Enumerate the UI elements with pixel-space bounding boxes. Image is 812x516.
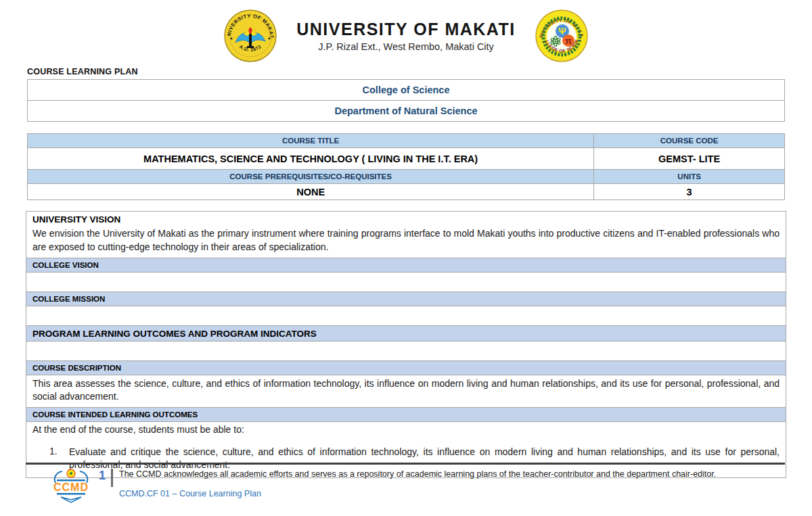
document-header: UNIVERSITY OF MAKATI A.D. 1972 UNIVERSIT… [0,8,812,64]
college-vision-heading: COLLEGE VISION [26,258,786,273]
pi-symbol: π [565,36,572,46]
university-vision-heading: UNIVERSITY VISION [32,214,780,225]
course-description-heading: COURSE DESCRIPTION [26,360,786,375]
footer-divider-rule [26,463,785,465]
program-outcomes-heading: PROGRAM LEARNING OUTCOMES AND PROGRAM IN… [26,325,786,342]
program-outcomes-body-empty [26,342,786,360]
college-row: College of Science [28,80,784,100]
ccmd-logo-text: CCMD [53,482,89,493]
university-address: J.P. Rizal Ext., West Rembo, Makati City [296,41,516,52]
college-mission-heading: COLLEGE MISSION [26,291,786,306]
university-vision-body: We envision the University of Makati as … [32,227,780,254]
university-name: UNIVERSITY OF MAKATI [296,20,516,39]
document-title-label: COURSE LEARNING PLAN [27,67,138,76]
college-of-science-seal-icon: UNIVERSITY OF MAKATI Ψ π COLLEGE OF SCIE… [535,8,589,64]
footer-texts: The CCMD acknowledges all academic effor… [119,468,716,498]
course-title-value: MATHEMATICS, SCIENCE AND TECHNOLOGY ( LI… [28,147,593,169]
college-vision-body-empty [26,273,786,291]
footer-document-code: CCMD.CF 01 – Course Learning Plan [119,489,716,498]
org-table: College of Science Department of Natural… [27,79,785,122]
footer-note: The CCMD acknowledges all academic effor… [119,469,716,479]
college-mission-body-empty [26,306,786,325]
university-vision-section: UNIVERSITY VISION We envision the Univer… [26,212,786,258]
units-header: UNITS [593,169,784,183]
header-title-block: UNIVERSITY OF MAKATI J.P. Rizal Ext., We… [296,20,516,52]
course-info-table: COURSE TITLE COURSE CODE MATHEMATICS, SC… [27,133,785,200]
course-code-value: GEMST- LITE [593,147,784,169]
course-prerequisites-value: NONE [28,183,593,200]
cilo-intro-text: At the end of the course, students must … [32,424,780,435]
units-value: 3 [593,183,784,200]
course-learning-plan-page: UNIVERSITY OF MAKATI A.D. 1972 UNIVERSIT… [0,0,812,516]
main-sections-table: UNIVERSITY VISION We envision the Univer… [26,211,786,478]
ccmd-logo-icon: CCMD [51,468,91,505]
footer-vertical-divider [111,469,113,487]
psi-symbol: Ψ [558,26,566,37]
university-of-makati-seal-icon: UNIVERSITY OF MAKATI A.D. 1972 [223,9,277,63]
course-title-header: COURSE TITLE [28,134,593,147]
page-number: 1 [99,469,106,482]
course-code-header: COURSE CODE [593,134,784,147]
department-row: Department of Natural Science [28,100,784,121]
page-footer: CCMD 1 The CCMD acknowledges all academi… [26,468,785,505]
course-intended-outcomes-heading: COURSE INTENDED LEARNING OUTCOMES [26,407,786,422]
course-prerequisites-header: COURSE PREREQUISITES/CO-REQUISITES [28,169,593,183]
course-description-body: This area assesses the science, culture,… [26,375,786,407]
